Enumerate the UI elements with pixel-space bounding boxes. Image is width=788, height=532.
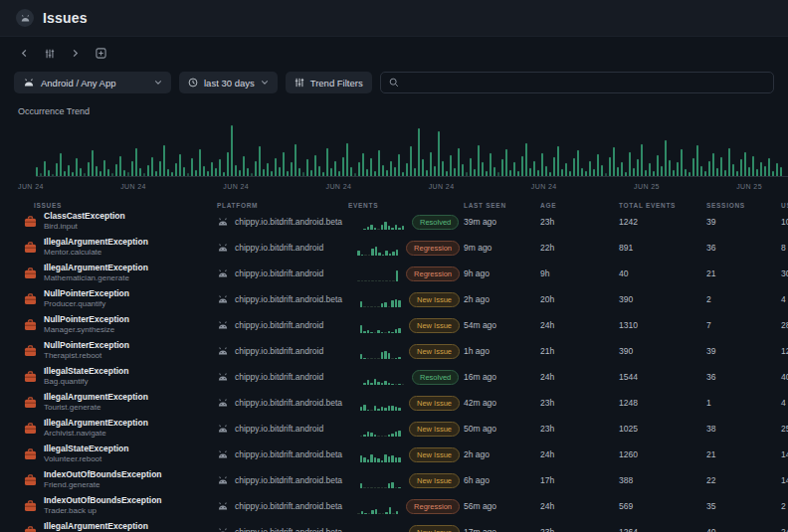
- platform-cell: chippy.io.bitdrift.android.beta: [213, 217, 344, 227]
- spark-bar: [381, 407, 384, 411]
- trend-bar: [147, 165, 149, 176]
- spark-bar: [361, 255, 364, 256]
- spark-bar: [378, 513, 381, 514]
- trend-bar: [99, 171, 101, 176]
- issue-subtitle: Mentor.calculate: [44, 248, 148, 258]
- issue-icon: [24, 423, 37, 435]
- platform-label: chippy.io.bitdrift.android.beta: [235, 475, 342, 485]
- table-row[interactable]: IllegalStateExceptionBag.quantifychippy.…: [0, 364, 788, 390]
- events-cell: Regression: [344, 499, 460, 514]
- column-header: USERS: [777, 202, 788, 209]
- issue-title: IllegalArgumentException: [44, 521, 148, 532]
- trend-filters-button[interactable]: Trend Filters: [286, 72, 372, 93]
- trend-bar: [64, 171, 66, 176]
- trend-bar: [561, 169, 563, 176]
- trend-bar: [406, 163, 408, 176]
- issues-table-header: ISSUESPLATFORMEVENTSLAST SEENAGETOTAL EV…: [0, 202, 788, 209]
- android-icon: [217, 527, 229, 532]
- trend-bar: [342, 157, 344, 176]
- trend-bar: [314, 155, 316, 176]
- chevron-left-icon[interactable]: [20, 49, 29, 58]
- platform-cell: chippy.io.bitdrift.android: [213, 268, 344, 278]
- events-cell: New Issue: [344, 318, 460, 333]
- table-row[interactable]: NullPointerExceptionProducer.quantifychi…: [0, 286, 788, 312]
- trend-bar: [310, 170, 312, 176]
- issue-cell: IndexOutOfBoundsExceptionFriend.generate: [14, 469, 213, 490]
- trend-bar: [708, 161, 710, 176]
- issue-title: IndexOutOfBoundsException: [44, 495, 162, 506]
- issue-text: IllegalStateExceptionVolunteer.reboot: [44, 443, 129, 464]
- issue-title: IllegalArgumentException: [44, 392, 148, 403]
- issue-subtitle: Tourist.generate: [44, 403, 148, 413]
- trend-bar: [255, 161, 257, 176]
- trend-bar: [52, 174, 54, 176]
- table-row[interactable]: IllegalArgumentExceptionMathematician.ge…: [0, 261, 788, 286]
- sessions-value: 35: [702, 501, 777, 511]
- spark-bar: [388, 306, 391, 307]
- events-sparkline: [348, 318, 401, 333]
- spark-bar: [389, 254, 392, 256]
- spark-bar: [364, 280, 367, 281]
- android-icon: [217, 243, 229, 253]
- trend-bar: [231, 125, 233, 176]
- issue-title: IllegalArgumentException: [44, 418, 148, 429]
- table-row[interactable]: IllegalStateExceptionVolunteer.rebootchi…: [0, 442, 788, 467]
- table-row[interactable]: ClassCastExceptionBird.inputchippy.io.bi…: [0, 209, 788, 235]
- table-row[interactable]: IllegalArgumentExceptionMentor.calculate…: [0, 235, 788, 261]
- search-input[interactable]: [405, 77, 765, 89]
- trend-bar: [442, 161, 444, 176]
- trend-bar: [418, 128, 420, 176]
- spark-bar: [391, 406, 394, 411]
- filter-bar: Android / Any App last 30 days Trend Fil…: [14, 72, 774, 93]
- issue-icon: [24, 474, 37, 486]
- columns-filter-icon[interactable]: [45, 49, 55, 59]
- table-row[interactable]: NullPointerExceptionManager.synthesizech…: [0, 312, 788, 338]
- table-row[interactable]: IllegalArgumentExceptionArchivist.naviga…: [0, 416, 788, 442]
- trend-bar: [493, 167, 495, 176]
- table-row[interactable]: IllegalArgumentExceptionCastle.back upch…: [0, 519, 788, 532]
- spark-bar: [367, 459, 370, 462]
- timerange-dropdown[interactable]: last 30 days: [179, 72, 278, 93]
- spark-bar: [398, 431, 401, 437]
- users-value: 12: [777, 346, 788, 356]
- platform-cell: chippy.io.bitdrift.android: [213, 346, 344, 356]
- table-row[interactable]: IndexOutOfBoundsExceptionTrader.back upc…: [0, 493, 788, 519]
- trend-bar: [187, 173, 189, 176]
- platform-cell: chippy.io.bitdrift.android: [213, 372, 344, 382]
- trend-bar: [597, 154, 599, 176]
- trend-bar: [700, 166, 702, 176]
- trend-bar: [354, 173, 356, 176]
- search-field[interactable]: [380, 72, 774, 93]
- occurrence-trend-chart[interactable]: [36, 124, 788, 177]
- trend-bar: [330, 168, 332, 176]
- trend-bar: [577, 150, 579, 176]
- table-row[interactable]: IllegalArgumentExceptionTourist.generate…: [0, 390, 788, 416]
- events-sparkline: [348, 422, 401, 437]
- spark-bar: [367, 380, 370, 385]
- trend-bar: [764, 166, 766, 176]
- table-row[interactable]: IndexOutOfBoundsExceptionFriend.generate…: [0, 467, 788, 493]
- platform-label: chippy.io.bitdrift.android: [235, 268, 323, 278]
- spark-bar: [374, 306, 377, 307]
- spark-bar: [389, 280, 392, 281]
- spark-bar: [392, 280, 395, 281]
- issue-title: IllegalStateException: [44, 443, 129, 454]
- spark-bar: [381, 352, 384, 359]
- spark-bar: [388, 406, 391, 411]
- spark-bar: [398, 408, 401, 411]
- events-cell: Resolved: [344, 370, 460, 385]
- project-dropdown[interactable]: Android / Any App: [14, 72, 171, 93]
- issue-icon: [24, 293, 37, 305]
- trend-bar: [203, 166, 205, 176]
- add-view-icon[interactable]: [96, 48, 106, 59]
- spark-bar: [398, 457, 401, 462]
- issue-title: NullPointerException: [44, 340, 129, 351]
- trend-bar: [275, 158, 277, 176]
- table-row[interactable]: NullPointerExceptionTherapist.rebootchip…: [0, 338, 788, 364]
- chevron-right-icon[interactable]: [71, 49, 80, 58]
- trend-bar: [434, 166, 436, 176]
- trend-bar: [283, 152, 285, 176]
- last-seen-value: 56m ago: [460, 501, 536, 511]
- events-cell: Resolved: [344, 215, 460, 230]
- issue-icon: [24, 448, 37, 460]
